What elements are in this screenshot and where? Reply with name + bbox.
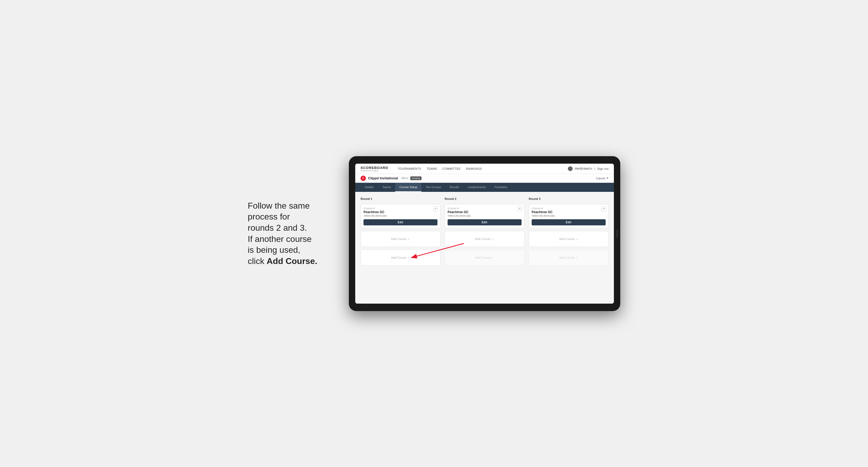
instruction-line1: Follow the same	[248, 201, 310, 211]
sign-out-link[interactable]: Sign out	[597, 166, 609, 172]
instruction-line2: process for	[248, 212, 290, 221]
round-2-remove-button[interactable]: ✕	[517, 207, 522, 211]
tournament-type: (Men)	[401, 177, 408, 180]
round-1-extra-plus-icon: +	[408, 255, 410, 260]
user-avatar	[568, 166, 572, 171]
tablet-device: SCOREBOARD Powered by clippd TOURNAMENTS…	[349, 156, 620, 311]
logo-area: SCOREBOARD Powered by clippd	[361, 166, 388, 172]
tab-printables[interactable]: Printables	[490, 183, 512, 192]
round-3-add-course-card[interactable]: Add Course +	[529, 231, 609, 247]
round-2-column: Round 2 (Course A) Peachtree GC Yellow (…	[445, 197, 524, 266]
nav-links: TOURNAMENTS TEAMS COMMITTEE RANKINGS	[398, 166, 561, 172]
round-1-course-card: (Course A) Peachtree GC Yellow (M) (6629…	[361, 204, 440, 228]
round-3-course-tag: (Course A)	[532, 207, 606, 210]
instruction-line3: rounds 2 and 3.	[248, 223, 307, 232]
user-email: blair@clippd.io	[575, 167, 592, 170]
cancel-button[interactable]: Cancel ✕	[596, 177, 609, 180]
round-3-extra-add-text: Add Course +	[559, 255, 578, 260]
logo-sub: Powered by clippd	[361, 170, 388, 172]
top-nav: SCOREBOARD Powered by clippd TOURNAMENTS…	[355, 164, 614, 174]
round-2-course-tag: (Course A)	[447, 207, 522, 210]
clipd-icon: C	[361, 176, 366, 181]
round-1-remove-button[interactable]: ✕	[433, 207, 438, 211]
tabs-bar: Details Teams Course Setup Tee Groups Re…	[355, 183, 614, 192]
tournament-name: C Clippd Invitational (Men) Hosting	[361, 176, 422, 181]
nav-teams[interactable]: TEAMS	[427, 166, 437, 172]
round-1-extra-slot[interactable]: Add Course +	[361, 250, 440, 266]
round-3-label: Round 3	[529, 197, 609, 200]
round-2-add-course-text: Add Course +	[475, 237, 494, 241]
round-2-add-course-card[interactable]: Add Course +	[445, 231, 524, 247]
instruction-line5: is being used,	[248, 245, 300, 255]
instruction-line6-bold: Add Course.	[267, 256, 317, 266]
round-3-remove-button[interactable]: ✕	[601, 207, 606, 211]
round-1-label: Round 1	[361, 197, 440, 200]
round-1-course-details: Yellow (M) (6629 yds)	[364, 215, 437, 217]
instruction-panel: Follow the same process for rounds 2 and…	[248, 200, 333, 267]
round-3-course-name: Peachtree GC	[532, 210, 606, 214]
tab-tee-groups[interactable]: Tee Groups	[422, 183, 445, 192]
instruction-line6-prefix: click	[248, 256, 267, 266]
round-3-add-course-text: Add Course +	[559, 237, 578, 241]
tournament-title: Clippd Invitational	[368, 176, 398, 180]
round-1-add-course-card[interactable]: Add Course +	[361, 231, 440, 247]
round-1-add-course-text: Add Course +	[391, 237, 410, 241]
round-1-course-tag: (Course A)	[364, 207, 437, 210]
rounds-grid: Round 1 (Course A) Peachtree GC Yellow (…	[361, 197, 609, 266]
round-2-course-details: Yellow (M) (6629 yds)	[447, 215, 522, 217]
clipd-letter: C	[362, 177, 364, 180]
nav-right: blair@clippd.io | Sign out	[568, 166, 609, 172]
tab-details[interactable]: Details	[361, 183, 378, 192]
round-2-label: Round 2	[445, 197, 524, 200]
round-2-extra-slot: Add Course +	[445, 250, 524, 266]
round-3-column: Round 3 (Course A) Peachtree GC Yellow (…	[529, 197, 609, 266]
round-1-course-name: Peachtree GC	[364, 210, 437, 214]
round-2-course-card: (Course A) Peachtree GC Yellow (M) (6629…	[445, 204, 524, 228]
cancel-x-icon: ✕	[606, 177, 609, 180]
round-2-plus-icon: +	[492, 237, 494, 241]
tournament-header: C Clippd Invitational (Men) Hosting Canc…	[355, 174, 614, 183]
nav-committee[interactable]: COMMITTEE	[442, 166, 461, 172]
round-2-extra-add-text: Add Course +	[475, 255, 494, 260]
round-2-edit-button[interactable]: Edit	[447, 219, 522, 225]
tab-course-setup[interactable]: Course Setup	[395, 183, 422, 192]
instruction-line4: If another course	[248, 234, 312, 244]
tab-results[interactable]: Results	[445, 183, 464, 192]
round-1-edit-button[interactable]: Edit	[364, 219, 437, 225]
nav-rankings[interactable]: RANKINGS	[466, 166, 482, 172]
round-1-column: Round 1 (Course A) Peachtree GC Yellow (…	[361, 197, 440, 266]
round-3-extra-plus-icon: +	[576, 255, 578, 260]
round-2-course-name: Peachtree GC	[447, 210, 522, 214]
round-3-edit-button[interactable]: Edit	[532, 219, 606, 225]
power-button	[617, 230, 618, 238]
round-2-extra-plus-icon: +	[492, 255, 494, 260]
round-1-extra-add-text: Add Course +	[391, 255, 410, 260]
tab-teams[interactable]: Teams	[378, 183, 395, 192]
tablet-screen: SCOREBOARD Powered by clippd TOURNAMENTS…	[355, 164, 614, 304]
main-content: Round 1 (Course A) Peachtree GC Yellow (…	[355, 192, 614, 304]
round-3-extra-slot: Add Course +	[529, 250, 609, 266]
tab-leaderboards[interactable]: Leaderboards	[464, 183, 490, 192]
logo-scoreboard: SCOREBOARD	[361, 166, 388, 170]
round-3-course-details: Yellow (M) (6629 yds)	[532, 215, 606, 217]
hosting-badge: Hosting	[410, 177, 422, 180]
nav-separator: |	[594, 167, 595, 170]
nav-tournaments[interactable]: TOURNAMENTS	[398, 166, 421, 172]
round-3-plus-icon: +	[576, 237, 578, 241]
round-1-plus-icon: +	[408, 237, 410, 241]
round-3-course-card: (Course A) Peachtree GC Yellow (M) (6629…	[529, 204, 609, 228]
